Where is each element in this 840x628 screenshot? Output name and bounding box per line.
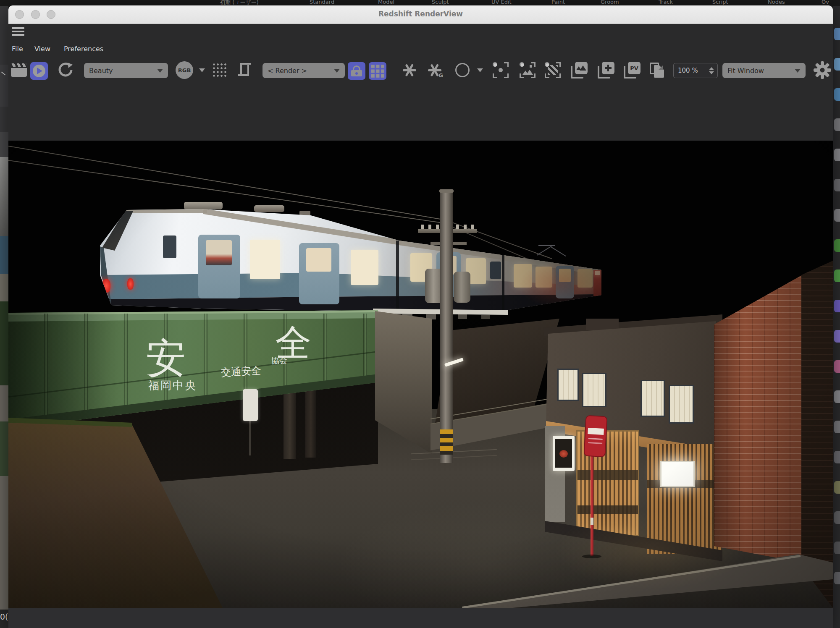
dither-grid-icon[interactable]: [211, 61, 228, 79]
window-title: Redshift RenderView: [8, 10, 833, 18]
background-icon[interactable]: [834, 421, 840, 433]
fit-window-label: Fit Window: [727, 67, 764, 75]
chevron-down-icon: [334, 69, 340, 73]
background-icon[interactable]: [834, 270, 840, 282]
zoom-stepper[interactable]: [709, 67, 714, 74]
copy-page-icon[interactable]: [648, 61, 667, 79]
background-icon[interactable]: [834, 149, 840, 161]
menu-view[interactable]: View: [34, 45, 50, 53]
background-partial-text: 0(: [0, 612, 8, 621]
background-left-sliver: 0(: [0, 6, 8, 628]
gi-suffix: G: [438, 72, 443, 78]
aov-beauty-dropdown[interactable]: Beauty: [84, 63, 168, 78]
background-icon[interactable]: [834, 360, 840, 373]
background-icon[interactable]: [834, 179, 840, 191]
background-icon[interactable]: [834, 209, 840, 222]
background-green-sliver: [0, 301, 8, 385]
circle-dropdown-arrow[interactable]: [475, 61, 485, 79]
freeze-gi-icon[interactable]: G: [426, 61, 444, 79]
background-gray-sliver: [0, 274, 8, 301]
rgb-channel-button[interactable]: RGB: [176, 61, 193, 79]
background-icon[interactable]: [834, 300, 840, 312]
redshift-renderview-window: Redshift RenderView File View Preference…: [8, 5, 833, 628]
start-render-play-button[interactable]: [30, 62, 48, 80]
workspace-tab[interactable]: 初期 (ユーザー): [220, 0, 259, 6]
render-region-crop-icon[interactable]: [236, 61, 254, 79]
workspace-tab[interactable]: Groom: [601, 0, 619, 5]
menu-preferences[interactable]: Preferences: [64, 45, 103, 53]
fit-window-dropdown[interactable]: Fit Window: [722, 63, 806, 78]
lock-camera-button[interactable]: [348, 62, 365, 80]
settings-gear-icon[interactable]: [812, 61, 832, 79]
workspace-tab[interactable]: Sculpt: [432, 0, 449, 5]
chevron-down-icon: [795, 69, 801, 73]
background-viewport-fragment: [0, 65, 8, 107]
picture-viewer-icon[interactable]: PV: [622, 61, 642, 79]
region-image-icon[interactable]: [518, 61, 537, 79]
dof-circle-icon[interactable]: [454, 61, 471, 79]
render-vignette: [8, 141, 833, 608]
snapshot-clapper-icon[interactable]: [9, 61, 29, 79]
restart-render-icon[interactable]: [56, 61, 75, 79]
aov-beauty-label: Beauty: [89, 67, 113, 75]
hamburger-bar: [12, 27, 24, 29]
snapshot-image-icon[interactable]: [570, 61, 589, 79]
workspace-tab[interactable]: Paint: [551, 0, 565, 5]
workspace-tab[interactable]: Standard: [310, 0, 334, 5]
render-viewport[interactable]: 安 福岡中央 交通安全 全 協会: [8, 141, 833, 608]
workspace-tab[interactable]: Nodes: [768, 0, 785, 5]
pv-label: PV: [630, 65, 638, 71]
hamburger-bar: [12, 34, 24, 36]
lock-icon: [351, 65, 362, 76]
background-icon[interactable]: [834, 511, 840, 524]
chevron-down-icon: [157, 69, 163, 73]
render-camera-dropdown[interactable]: < Render >: [262, 63, 345, 78]
workspace-tab[interactable]: UV Edit: [491, 0, 512, 5]
workspace-tab[interactable]: Ov: [822, 0, 829, 5]
background-concrete-sliver: [0, 385, 8, 615]
background-icon[interactable]: [834, 451, 840, 463]
background-icon[interactable]: [834, 572, 840, 584]
background-right-toolbar: [833, 6, 840, 628]
snapshot-add-icon[interactable]: [596, 61, 616, 79]
background-train-sliver: [0, 157, 8, 237]
channel-dropdown-arrow[interactable]: [197, 61, 207, 79]
background-icon[interactable]: [834, 239, 840, 252]
rgb-label: RGB: [178, 67, 191, 73]
grid-icon: [371, 65, 384, 78]
focus-picker-icon[interactable]: [491, 61, 510, 79]
hamburger-bar: [12, 31, 24, 32]
play-icon: [37, 68, 42, 74]
background-icon[interactable]: [834, 481, 840, 494]
background-icon[interactable]: [834, 330, 840, 343]
zoom-percent-input[interactable]: 100 %: [673, 63, 718, 78]
background-icon[interactable]: [834, 88, 840, 101]
background-icon[interactable]: [834, 58, 840, 71]
background-blue-sliver: [0, 236, 8, 274]
background-green-patch: [0, 421, 8, 476]
render-camera-label: < Render >: [268, 67, 307, 75]
background-icon[interactable]: [834, 118, 840, 131]
show-buckets-button[interactable]: [369, 62, 386, 80]
workspace-tab[interactable]: Track: [659, 0, 673, 5]
background-icon[interactable]: [834, 542, 840, 554]
workspace-tab[interactable]: Model: [378, 0, 394, 5]
menu-file[interactable]: File: [12, 45, 23, 53]
background-icon[interactable]: [834, 390, 840, 403]
freeze-tessellation-icon[interactable]: [401, 61, 418, 79]
zoom-percent-value: 100 %: [678, 67, 698, 74]
background-icon[interactable]: [834, 28, 840, 40]
titlebar[interactable]: Redshift RenderView: [8, 5, 833, 24]
background-workspace-tabs: 初期 (ユーザー) Standard Model Sculpt UV Edit …: [0, 0, 840, 6]
striped-region-icon[interactable]: [543, 61, 562, 79]
window-bottom-strip: [8, 608, 833, 628]
screen: 初期 (ユーザー) Standard Model Sculpt UV Edit …: [0, 0, 840, 628]
workspace-tab[interactable]: Script: [712, 0, 728, 5]
